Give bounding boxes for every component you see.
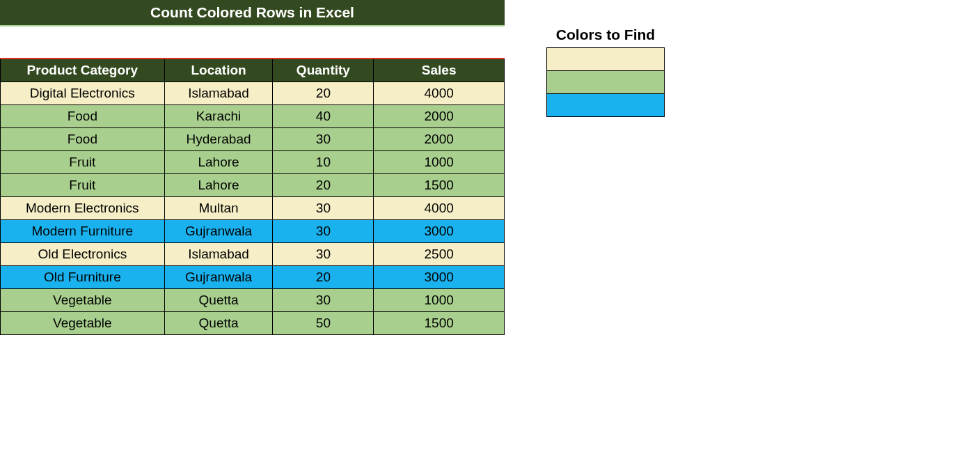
cell-location: Islamabad: [164, 82, 273, 105]
cell-sales: 2000: [374, 105, 505, 128]
cell-location: Quetta: [164, 289, 273, 312]
cell-product: Fruit: [1, 174, 165, 197]
legend-swatch-green: [547, 71, 665, 94]
header-quantity: Quantity: [273, 59, 374, 82]
table-row: Modern ElectronicsMultan304000: [1, 197, 505, 220]
cell-quantity: 30: [273, 243, 374, 266]
cell-sales: 4000: [374, 197, 505, 220]
cell-sales: 1000: [374, 151, 505, 174]
cell-product: Old Furniture: [1, 266, 165, 289]
legend-swatch-blue: [547, 94, 665, 117]
data-table: Product Category Location Quantity Sales…: [0, 58, 505, 335]
table-row: FoodHyderabad302000: [1, 128, 505, 151]
cell-quantity: 30: [273, 220, 374, 243]
cell-sales: 1500: [374, 312, 505, 335]
table-row: FruitLahore201500: [1, 174, 505, 197]
cell-quantity: 20: [273, 266, 374, 289]
cell-product: Modern Electronics: [1, 197, 165, 220]
header-location: Location: [164, 59, 273, 82]
cell-location: Lahore: [164, 151, 273, 174]
table-row: VegetableQuetta501500: [1, 312, 505, 335]
cell-product: Old Electronics: [1, 243, 165, 266]
cell-location: Karachi: [164, 105, 273, 128]
header-sales: Sales: [374, 59, 505, 82]
cell-location: Islamabad: [164, 243, 273, 266]
header-row: Product Category Location Quantity Sales: [1, 59, 505, 82]
page-title: Count Colored Rows in Excel: [0, 0, 505, 26]
table-row: FoodKarachi402000: [1, 105, 505, 128]
legend-swatch-cream: [547, 48, 665, 71]
cell-quantity: 50: [273, 312, 374, 335]
cell-location: Gujranwala: [164, 220, 273, 243]
table-row: Digital ElectronicsIslamabad204000: [1, 82, 505, 105]
cell-sales: 1500: [374, 174, 505, 197]
cell-sales: 2500: [374, 243, 505, 266]
table-row: FruitLahore101000: [1, 151, 505, 174]
cell-sales: 3000: [374, 266, 505, 289]
table-row: Modern FurnitureGujranwala303000: [1, 220, 505, 243]
table-row: VegetableQuetta301000: [1, 289, 505, 312]
cell-quantity: 30: [273, 128, 374, 151]
cell-quantity: 10: [273, 151, 374, 174]
cell-product: Food: [1, 128, 165, 151]
legend-section: Colors to Find: [546, 26, 665, 335]
cell-sales: 3000: [374, 220, 505, 243]
cell-location: Quetta: [164, 312, 273, 335]
legend-table: [546, 47, 665, 117]
cell-quantity: 40: [273, 105, 374, 128]
table-row: Old FurnitureGujranwala203000: [1, 266, 505, 289]
header-product: Product Category: [1, 59, 165, 82]
cell-location: Hyderabad: [164, 128, 273, 151]
cell-quantity: 20: [273, 174, 374, 197]
cell-quantity: 30: [273, 289, 374, 312]
cell-quantity: 30: [273, 197, 374, 220]
table-row: Old ElectronicsIslamabad302500: [1, 243, 505, 266]
cell-location: Gujranwala: [164, 266, 273, 289]
cell-location: Multan: [164, 197, 273, 220]
cell-location: Lahore: [164, 174, 273, 197]
cell-product: Fruit: [1, 151, 165, 174]
cell-product: Vegetable: [1, 289, 165, 312]
cell-product: Modern Furniture: [1, 220, 165, 243]
legend-title: Colors to Find: [546, 26, 665, 47]
cell-sales: 2000: [374, 128, 505, 151]
cell-product: Food: [1, 105, 165, 128]
cell-product: Digital Electronics: [1, 82, 165, 105]
cell-quantity: 20: [273, 82, 374, 105]
cell-sales: 4000: [374, 82, 505, 105]
cell-sales: 1000: [374, 289, 505, 312]
cell-product: Vegetable: [1, 312, 165, 335]
